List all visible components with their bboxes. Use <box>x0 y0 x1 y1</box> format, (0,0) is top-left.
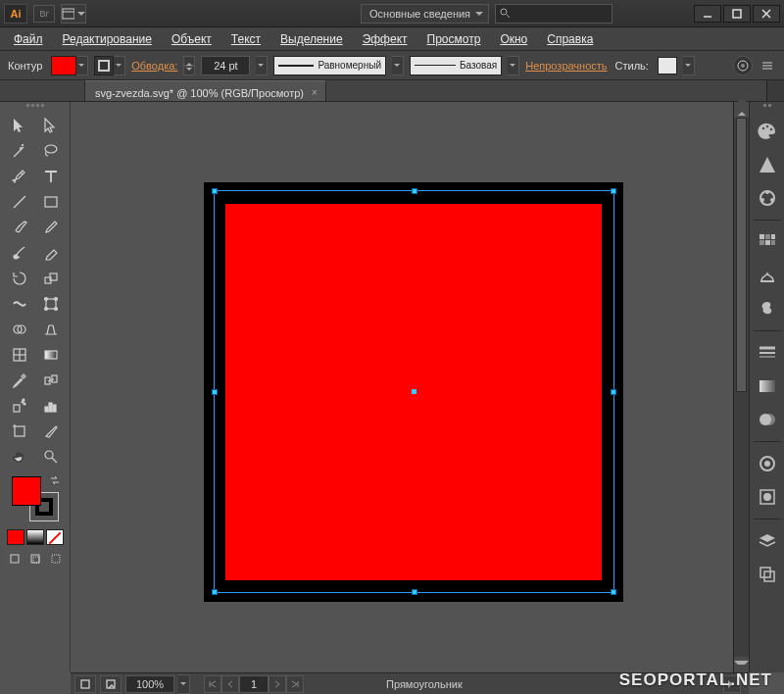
menu-object[interactable]: Объект <box>162 30 221 48</box>
handle-bottom-left[interactable] <box>212 589 218 595</box>
draw-behind-button[interactable] <box>26 551 44 567</box>
maximize-button[interactable] <box>723 5 751 23</box>
canvas[interactable] <box>71 102 733 672</box>
paintbrush-tool[interactable] <box>5 216 34 239</box>
variable-width-arrow[interactable] <box>392 56 404 75</box>
free-transform-tool[interactable] <box>36 292 66 316</box>
menu-view[interactable]: Просмотр <box>417 30 491 48</box>
transparency-panel-icon[interactable] <box>753 406 782 433</box>
type-tool[interactable] <box>36 165 66 188</box>
variable-width-dropdown[interactable]: Равномерный <box>273 56 386 75</box>
perspective-grid-tool[interactable] <box>36 318 66 341</box>
menu-file[interactable]: Файл <box>4 30 53 48</box>
recolor-artwork-button[interactable] <box>733 56 753 75</box>
hand-tool[interactable] <box>5 445 34 469</box>
stroke-panel-icon[interactable] <box>753 339 782 367</box>
center-point[interactable] <box>412 389 416 394</box>
next-artboard-button[interactable] <box>269 675 286 693</box>
swatches-panel-icon[interactable] <box>753 228 782 256</box>
menu-effect[interactable]: Эффект <box>353 30 417 48</box>
search-field[interactable] <box>511 8 605 20</box>
blend-tool[interactable] <box>36 369 66 392</box>
doc-info-button[interactable] <box>100 675 122 693</box>
close-tab-icon[interactable]: × <box>312 87 318 98</box>
screen-mode-button[interactable] <box>4 570 67 578</box>
scroll-up-button[interactable] <box>734 102 749 118</box>
artwork-object[interactable] <box>204 182 623 602</box>
handle-left-mid[interactable] <box>212 389 218 395</box>
pen-tool[interactable] <box>5 165 34 188</box>
handle-bottom-mid[interactable] <box>412 589 417 595</box>
none-mode-button[interactable] <box>46 529 64 545</box>
direct-selection-tool[interactable] <box>36 114 66 137</box>
blob-brush-tool[interactable] <box>5 241 34 265</box>
fill-dropdown[interactable] <box>76 56 88 75</box>
dock-grip[interactable] <box>754 104 781 112</box>
shape-builder-tool[interactable] <box>5 318 34 341</box>
fill-stroke-indicator[interactable] <box>10 474 61 523</box>
artboards-panel-icon[interactable] <box>753 561 782 588</box>
handle-top-mid[interactable] <box>412 188 417 194</box>
column-graph-tool[interactable] <box>36 394 66 418</box>
stroke-weight-dropdown[interactable] <box>256 56 268 75</box>
control-panel-menu[interactable] <box>759 56 776 75</box>
app-logo[interactable]: Ai <box>4 4 27 24</box>
selection-bounding-box[interactable] <box>214 190 614 593</box>
document-tab[interactable]: svg-zvezda.svg* @ 100% (RGB/Просмотр) × <box>84 80 326 101</box>
rotate-tool[interactable] <box>5 267 34 290</box>
status-scroll-right[interactable] <box>723 675 741 693</box>
magic-wand-tool[interactable] <box>5 139 34 163</box>
stroke-panel-link[interactable]: Обводка: <box>131 60 177 72</box>
menu-window[interactable]: Окно <box>490 30 537 48</box>
stroke-dropdown[interactable] <box>114 56 125 75</box>
vertical-scrollbar[interactable] <box>733 102 749 672</box>
fill-swatch[interactable] <box>51 56 76 75</box>
brush-dropdown-arrow[interactable] <box>508 56 519 75</box>
symbol-sprayer-tool[interactable] <box>5 394 34 418</box>
gradient-tool[interactable] <box>36 343 66 367</box>
artboard-tool[interactable] <box>5 420 34 443</box>
line-tool[interactable] <box>5 190 34 214</box>
gradient-mode-button[interactable] <box>26 529 44 545</box>
gradient-panel-icon[interactable] <box>753 372 782 400</box>
brushes-panel-icon[interactable] <box>753 262 782 289</box>
reflect-tool[interactable] <box>36 267 66 290</box>
menu-edit[interactable]: Редактирование <box>53 30 162 48</box>
zoom-tool[interactable] <box>36 445 66 469</box>
artboard-number[interactable]: 1 <box>239 675 269 693</box>
draw-inside-button[interactable] <box>47 551 65 567</box>
draw-normal-button[interactable] <box>6 551 24 567</box>
handle-top-right[interactable] <box>611 188 616 194</box>
brush-dropdown[interactable]: Базовая <box>410 56 502 75</box>
tools-panel-grip[interactable] <box>4 104 67 112</box>
layers-panel-icon[interactable] <box>753 527 782 555</box>
color-guide-panel-icon[interactable] <box>753 151 782 178</box>
stroke-swatch[interactable] <box>94 56 114 75</box>
swap-fill-stroke-icon[interactable] <box>49 474 61 486</box>
color-panel-icon[interactable] <box>753 118 782 145</box>
artboard-nav-button[interactable] <box>74 675 96 693</box>
appearance-panel-icon[interactable] <box>753 450 782 477</box>
slice-tool[interactable] <box>36 420 66 443</box>
scroll-down-button[interactable] <box>734 657 749 672</box>
selection-tool[interactable] <box>5 114 34 137</box>
handle-bottom-right[interactable] <box>611 589 616 595</box>
graphic-style-dropdown[interactable] <box>683 56 695 75</box>
close-button[interactable] <box>753 5 780 23</box>
opacity-link[interactable]: Непрозрачность <box>525 60 607 72</box>
graphic-style-swatch[interactable] <box>658 57 677 74</box>
stroke-weight-down[interactable] <box>183 66 195 75</box>
scroll-thumb[interactable] <box>736 118 747 392</box>
width-tool[interactable] <box>5 292 34 316</box>
prev-artboard-button[interactable] <box>221 675 239 693</box>
eraser-tool[interactable] <box>36 241 66 265</box>
zoom-dropdown[interactable] <box>178 674 190 694</box>
last-artboard-button[interactable] <box>286 675 304 693</box>
eyedropper-tool[interactable] <box>5 369 34 392</box>
bridge-icon[interactable]: Br <box>33 5 55 23</box>
kuler-panel-icon[interactable] <box>753 184 782 212</box>
color-mode-button[interactable] <box>7 529 24 545</box>
stroke-weight-up[interactable] <box>183 56 195 66</box>
workspace-dropdown[interactable]: Основные сведения <box>361 4 489 24</box>
pencil-tool[interactable] <box>36 216 66 239</box>
